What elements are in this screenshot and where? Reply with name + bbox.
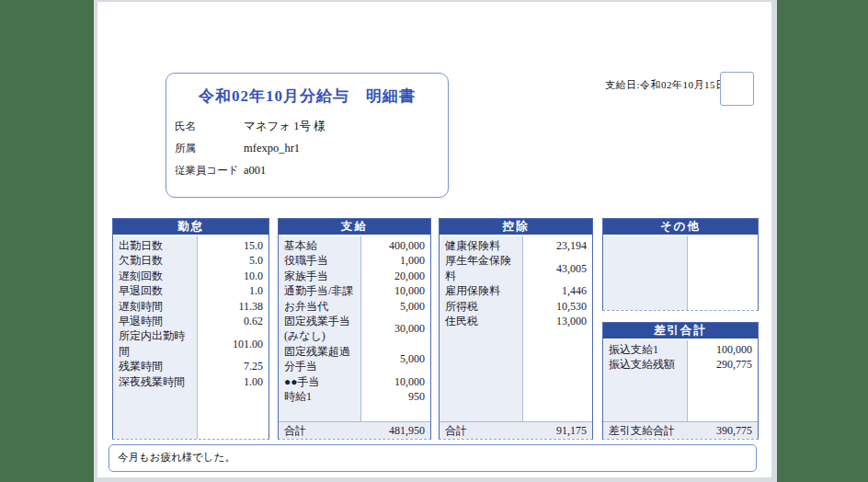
row-value: 10.0 <box>197 269 268 283</box>
row-label: 基本給 <box>279 238 360 253</box>
table-row: 遅刻時間11.38 <box>113 299 268 314</box>
employee-code-value: a001 <box>244 164 266 178</box>
table-row: 住民税13,000 <box>440 314 592 328</box>
row-value: 1.00 <box>197 374 268 389</box>
row-value: 15.0 <box>197 238 268 253</box>
table-row: 固定残業手当(みなし)30,000 <box>279 314 430 344</box>
row-label: ●●手当 <box>279 374 360 389</box>
table-row: 厚生年金保険料43,005 <box>440 253 592 283</box>
row-label: 固定残業超過分手当 <box>279 344 360 374</box>
row-label: お弁当代 <box>279 299 360 314</box>
row-value: 290,775 <box>687 357 758 372</box>
row-label: 所得税 <box>440 299 522 314</box>
row-value: 1,446 <box>522 283 592 298</box>
table-row: ●●手当10,000 <box>279 374 430 389</box>
table-row: お弁当代5,000 <box>279 299 430 314</box>
row-value: 400,000 <box>360 238 430 253</box>
row-label: 家族手当 <box>279 269 360 283</box>
deduction-table: 控除 健康保険料23,194厚生年金保険料43,005雇用保険料1,446所得税… <box>439 218 593 440</box>
table-row: 早退回数1.0 <box>113 283 268 298</box>
net-total-label: 差引支給合計 <box>609 423 675 439</box>
table-row: 基本給400,000 <box>279 238 430 253</box>
footer-message-text: 今月もお疲れ様でした。 <box>118 452 235 463</box>
table-row: 所定内出勤時間101.00 <box>113 328 268 359</box>
employee-code-row: 従業員コード a001 <box>166 159 448 181</box>
row-value: 101.00 <box>197 328 268 359</box>
row-value: 5,000 <box>360 344 430 374</box>
deduction-total-row: 合計 91,175 <box>440 421 592 439</box>
table-row: 役職手当1,000 <box>279 253 430 268</box>
employee-info-box: 令和02年10月分給与 明細書 氏名 マネフォ 1号 様 所属 mfexpo_h… <box>166 73 449 198</box>
payment-table: 支給 基本給400,000役職手当1,000家族手当20,000通勤手当/非課1… <box>278 218 431 440</box>
department-value: mfexpo_hr1 <box>244 142 300 155</box>
net-total-table-title: 差引合計 <box>603 323 758 339</box>
row-label: 雇用保険料 <box>440 283 522 298</box>
deduction-total-value: 91,175 <box>556 424 587 438</box>
row-value: 0.62 <box>197 314 268 328</box>
payment-table-title: 支給 <box>279 219 430 235</box>
attendance-table-title: 勤怠 <box>113 219 268 235</box>
row-value: 1.0 <box>197 283 268 298</box>
table-row: 時給1950 <box>279 389 430 404</box>
table-row: 欠勤日数5.0 <box>113 253 268 268</box>
deduction-table-title: 控除 <box>440 219 592 235</box>
row-label: 深夜残業時間 <box>113 374 197 389</box>
department-label: 所属 <box>175 142 244 155</box>
table-row: 深夜残業時間1.00 <box>113 374 268 389</box>
net-total-value: 390,775 <box>716 424 752 438</box>
row-label: 早退回数 <box>113 283 197 298</box>
table-row: 所得税10,530 <box>440 299 592 314</box>
attendance-table-body: 出勤日数15.0欠勤日数5.0遅刻回数10.0早退回数1.0遅刻時間11.38早… <box>113 236 268 439</box>
table-row: 健康保険料23,194 <box>440 238 592 253</box>
row-label: 早退時間 <box>113 314 197 328</box>
row-value: 100,000 <box>687 342 758 357</box>
row-value: 23,194 <box>522 238 592 253</box>
document-title: 令和02年10月分給与 明細書 <box>166 86 448 107</box>
row-value: 10,000 <box>360 374 430 389</box>
payment-table-body: 基本給400,000役職手当1,000家族手当20,000通勤手当/非課10,0… <box>279 236 430 421</box>
row-label: 振込支給1 <box>603 342 687 357</box>
row-label: 出勤日数 <box>113 238 197 253</box>
row-value: 5.0 <box>197 253 268 268</box>
payment-total-label: 合計 <box>284 423 306 439</box>
row-value: 20,000 <box>360 269 430 283</box>
table-row: 振込支給残額290,775 <box>603 357 758 372</box>
table-row: 遅刻回数10.0 <box>113 269 268 283</box>
other-table-body <box>603 236 758 310</box>
page-mat: 令和02年10月分給与 明細書 氏名 マネフォ 1号 様 所属 mfexpo_h… <box>94 0 777 482</box>
deduction-total-label: 合計 <box>445 423 467 439</box>
table-row: 通勤手当/非課10,000 <box>279 283 430 298</box>
row-label: 役職手当 <box>279 253 360 268</box>
net-total-table-body: 振込支給1100,000振込支給残額290,775 <box>603 340 758 421</box>
row-value: 30,000 <box>360 314 430 344</box>
row-label: 残業時間 <box>113 359 197 373</box>
row-label: 欠勤日数 <box>113 253 197 268</box>
table-row: 家族手当20,000 <box>279 269 430 283</box>
row-value: 13,000 <box>522 314 592 328</box>
department-row: 所属 mfexpo_hr1 <box>166 137 448 159</box>
employee-name-label: 氏名 <box>175 120 244 133</box>
row-value: 10,000 <box>360 283 430 298</box>
employee-info-fields: 氏名 マネフォ 1号 様 所属 mfexpo_hr1 従業員コード a001 <box>166 115 448 181</box>
employee-name-value: マネフォ 1号 様 <box>244 119 326 134</box>
payslip-document: 令和02年10月分給与 明細書 氏名 マネフォ 1号 様 所属 mfexpo_h… <box>97 2 771 477</box>
footer-message-box: 今月もお疲れ様でした。 <box>108 444 757 472</box>
net-total-table: 差引合計 振込支給1100,000振込支給残額290,775 差引支給合計 39… <box>602 322 759 440</box>
row-label: 遅刻時間 <box>113 299 197 314</box>
row-value: 10,530 <box>522 299 592 314</box>
row-label: 振込支給残額 <box>603 357 687 372</box>
row-value: 11.38 <box>197 299 268 314</box>
row-value: 43,005 <box>522 253 592 283</box>
deduction-table-body: 健康保険料23,194厚生年金保険料43,005雇用保険料1,446所得税10,… <box>440 236 592 421</box>
row-label: 通勤手当/非課 <box>279 283 360 298</box>
row-label: 健康保険料 <box>440 238 522 253</box>
stamp-box <box>720 72 754 106</box>
table-row: 出勤日数15.0 <box>113 238 268 253</box>
table-row: 残業時間7.25 <box>113 359 268 373</box>
attendance-table: 勤怠 出勤日数15.0欠勤日数5.0遅刻回数10.0早退回数1.0遅刻時間11.… <box>112 218 269 440</box>
row-value: 7.25 <box>197 359 268 373</box>
table-row: 雇用保険料1,446 <box>440 283 592 298</box>
employee-name-row: 氏名 マネフォ 1号 様 <box>166 115 448 137</box>
row-value: 1,000 <box>360 253 430 268</box>
table-row: 早退時間0.62 <box>113 314 268 328</box>
